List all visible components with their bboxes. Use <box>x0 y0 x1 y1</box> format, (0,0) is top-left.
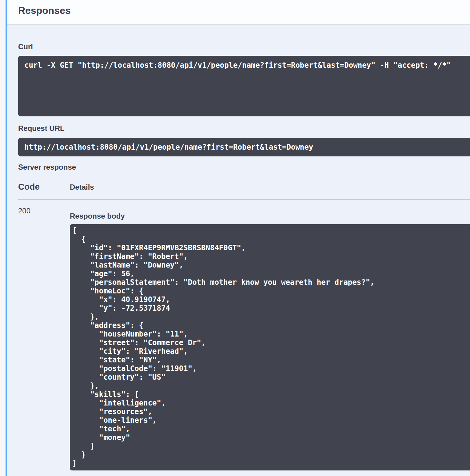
server-response-label: Server response <box>18 163 470 171</box>
response-body-block[interactable]: [ { "id": "01FXR4EP9RMVB2SBRSBN84F0GT", … <box>70 224 470 470</box>
request-url-label: Request URL <box>18 124 470 133</box>
curl-command-block[interactable]: curl -X GET "http://localhost:8080/api/v… <box>18 56 470 116</box>
curl-label: Curl <box>18 42 470 51</box>
response-details-cell: Response body [ { "id": "01FXR4EP9RMVB2S… <box>70 200 470 470</box>
responses-table: Code Details 200 Response body [ { "id":… <box>18 182 470 470</box>
details-column-header: Details <box>70 183 94 192</box>
responses-table-header-row: Code Details <box>18 182 470 200</box>
responses-section-header: Responses <box>7 0 470 24</box>
response-table-row: 200 Response body [ { "id": "01FXR4EP9RM… <box>18 200 470 470</box>
responses-title: Responses <box>18 5 470 16</box>
code-column-header: Code <box>18 182 70 192</box>
request-url-block[interactable]: http://localhost:8080/api/v1/people/name… <box>18 138 470 156</box>
response-body-label: Response body <box>70 212 470 220</box>
responses-section-body: Curl curl -X GET "http://localhost:8080/… <box>7 24 470 470</box>
opblock-get-container: Responses Curl curl -X GET "http://local… <box>6 0 470 476</box>
swagger-responses-panel: Responses Curl curl -X GET "http://local… <box>0 0 470 476</box>
status-code: 200 <box>18 200 70 216</box>
